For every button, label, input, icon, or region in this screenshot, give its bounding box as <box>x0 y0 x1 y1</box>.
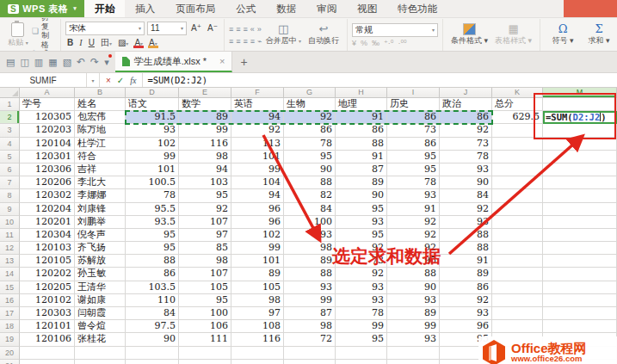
cell-M4[interactable] <box>543 138 617 151</box>
cell-M21[interactable] <box>543 360 617 364</box>
symbol-button[interactable]: Ω符号 ▾ <box>545 23 581 46</box>
cell-B2[interactable]: 包宏伟 <box>75 111 126 124</box>
cell-B9[interactable]: 刘康锋 <box>75 203 126 216</box>
cell-J21[interactable] <box>440 360 492 364</box>
cell-A13[interactable]: 120105 <box>20 255 75 268</box>
cell-H11[interactable]: 95 <box>336 229 387 242</box>
cell-D13[interactable]: 88 <box>126 255 179 268</box>
cell-M7[interactable] <box>543 176 617 189</box>
cell-D4[interactable]: 102 <box>126 138 179 151</box>
cell-G18[interactable]: 98 <box>284 320 336 333</box>
menu-tab-home[interactable]: 开始 <box>84 0 125 17</box>
cell-A8[interactable]: 120302 <box>20 189 75 202</box>
cell-F15[interactable]: 105 <box>231 281 284 294</box>
cell-B13[interactable]: 苏解放 <box>75 255 126 268</box>
cell-K18[interactable] <box>492 320 543 333</box>
cell-A9[interactable]: 120204 <box>20 203 75 216</box>
cell-H15[interactable]: 93 <box>336 281 387 294</box>
copy-button[interactable]: ❏ 复制 <box>32 22 56 40</box>
cell-J5[interactable]: 78 <box>440 151 492 163</box>
cell-A21[interactable] <box>20 360 75 364</box>
cell-K20[interactable] <box>492 347 543 360</box>
cell-G3[interactable]: 86 <box>284 124 336 137</box>
formula-edit-cell[interactable]: =SUM(D2:J2) <box>543 111 617 124</box>
cell-A12[interactable]: 120103 <box>20 242 75 255</box>
cell-K15[interactable] <box>492 281 543 294</box>
cell-H16[interactable]: 93 <box>336 294 387 307</box>
cell-K7[interactable] <box>492 176 543 189</box>
column-header-H[interactable]: H <box>336 88 387 98</box>
cell-G11[interactable]: 93 <box>284 229 336 242</box>
cell-G10[interactable]: 100 <box>284 216 336 229</box>
cell-I11[interactable]: 92 <box>387 229 440 242</box>
cell-J18[interactable]: 96 <box>440 320 492 333</box>
cell-H18[interactable]: 99 <box>336 320 387 333</box>
column-header-E[interactable]: E <box>179 88 231 98</box>
cell-A5[interactable]: 120301 <box>20 151 75 163</box>
cell-B10[interactable]: 刘鹏举 <box>75 216 126 229</box>
cell-E16[interactable]: 95 <box>179 294 231 307</box>
row-header-9[interactable]: 9 <box>0 203 20 216</box>
account-button[interactable] <box>564 0 617 17</box>
menu-tab-view[interactable]: 视图 <box>347 0 387 17</box>
cell-B7[interactable]: 李北大 <box>75 176 126 189</box>
column-header-K[interactable]: K <box>492 88 543 98</box>
column-header-A[interactable]: A <box>20 88 75 98</box>
cell-G12[interactable]: 98 <box>284 242 336 255</box>
cell-M13[interactable] <box>543 255 617 268</box>
cell-B21[interactable] <box>75 360 126 364</box>
undo-icon[interactable]: ↶ <box>77 52 85 71</box>
cell-G6[interactable]: 90 <box>284 163 336 176</box>
cell-G13[interactable]: 89 <box>284 255 336 268</box>
column-header-F[interactable]: F <box>231 88 284 98</box>
table-style-button[interactable]: ▦表格样式 ▾ <box>491 23 535 46</box>
cell-F5[interactable]: 101 <box>231 151 284 163</box>
cell-H1[interactable]: 地理 <box>336 98 387 111</box>
cell-H20[interactable] <box>336 347 387 360</box>
cell-I7[interactable]: 78 <box>387 176 440 189</box>
cell-M18[interactable] <box>543 320 617 333</box>
align-bottom-icon[interactable]: ≡ <box>244 24 248 34</box>
save-icon[interactable]: ◫ <box>20 52 28 71</box>
cell-E11[interactable]: 97 <box>179 229 231 242</box>
cell-I21[interactable] <box>387 360 440 364</box>
cell-E7[interactable]: 103 <box>179 176 231 189</box>
cell-K11[interactable] <box>492 229 543 242</box>
cell-A6[interactable]: 120306 <box>20 163 75 176</box>
cell-F19[interactable]: 116 <box>231 333 284 346</box>
cell-G15[interactable]: 93 <box>284 281 336 294</box>
column-header-G[interactable]: G <box>284 88 336 98</box>
cell-H12[interactable]: 92 <box>336 242 387 255</box>
cell-F1[interactable]: 英语 <box>231 98 284 111</box>
row-header-4[interactable]: 4 <box>0 138 20 151</box>
align-middle-icon[interactable]: ≡ <box>236 24 240 34</box>
decrease-font-button[interactable]: A⁻ <box>206 23 219 33</box>
cell-H7[interactable]: 89 <box>336 176 387 189</box>
cell-I19[interactable]: 93 <box>387 333 440 346</box>
cell-K16[interactable] <box>492 294 543 307</box>
cell-E5[interactable]: 98 <box>179 151 231 163</box>
cell-A2[interactable]: 120305 <box>20 111 75 124</box>
cell-F2[interactable]: 94 <box>231 111 284 124</box>
row-header-7[interactable]: 7 <box>0 176 20 189</box>
row-header-10[interactable]: 10 <box>0 216 20 229</box>
print-icon[interactable]: ▦ <box>48 52 57 71</box>
insert-function-icon[interactable]: fx <box>130 76 136 85</box>
align-top-icon[interactable]: ≡ <box>229 24 233 34</box>
cell-D19[interactable]: 90 <box>126 333 179 346</box>
cell-D6[interactable]: 101 <box>126 163 179 176</box>
cell-F20[interactable] <box>231 347 284 360</box>
cell-H10[interactable]: 93 <box>336 216 387 229</box>
cell-J6[interactable]: 93 <box>440 163 492 176</box>
cell-J10[interactable]: 93 <box>440 216 492 229</box>
cell-F8[interactable]: 94 <box>231 189 284 202</box>
confirm-entry-icon[interactable]: ✓ <box>117 76 124 85</box>
cell-K19[interactable] <box>492 333 543 346</box>
cell-H8[interactable]: 90 <box>336 189 387 202</box>
cell-J19[interactable]: 95 <box>440 333 492 346</box>
cell-B17[interactable]: 闫朝霞 <box>75 307 126 320</box>
cell-K6[interactable] <box>492 163 543 176</box>
cell-K5[interactable] <box>492 151 543 163</box>
menu-tab-insert[interactable]: 插入 <box>125 0 165 17</box>
align-right-icon[interactable]: ≡ <box>244 36 248 46</box>
